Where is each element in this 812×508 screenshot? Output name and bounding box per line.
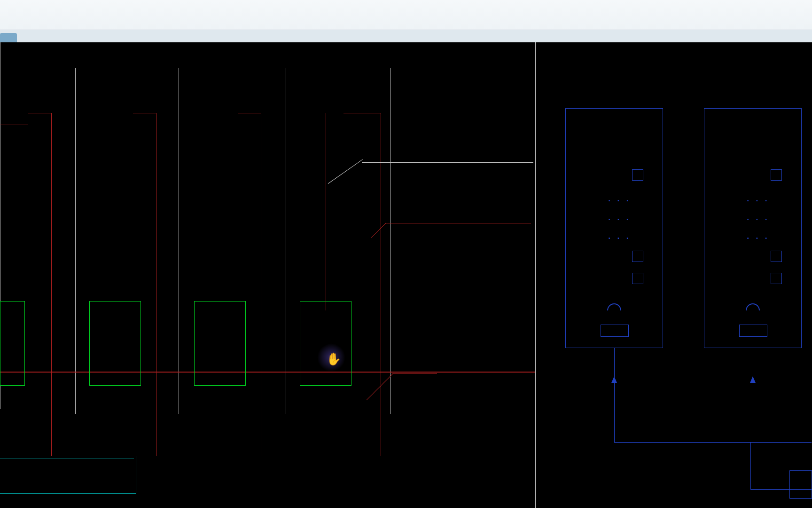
wire [0,456,136,494]
ellipsis-icon: ··· [608,212,635,226]
wire [614,442,812,443]
divider [75,68,76,414]
tab-bar [0,30,812,42]
wire [326,113,326,310]
wire [344,113,381,456]
ellipsis-icon: ··· [746,212,773,226]
wire [0,125,28,125]
xg-tag [632,251,643,262]
drawing-canvas[interactable]: ··· ··· ··· ··· ··· ··· ✋ [0,42,812,508]
toolbar [0,0,812,30]
ellipsis-icon: ··· [746,193,773,207]
divider [286,68,286,414]
cursor-icon: ✋ [326,352,337,363]
elevator-car [0,301,25,386]
wire [28,113,52,456]
ellipsis-icon: ··· [608,230,635,245]
wire [750,442,751,489]
divider [535,42,536,508]
ellipsis-icon: ··· [608,193,635,207]
xg-tag [632,169,643,181]
patrol-stick [601,325,629,337]
ellipsis-icon: ··· [746,230,773,245]
wire [0,372,535,373]
divider [390,68,390,414]
wire [753,348,753,442]
wire [614,348,615,442]
leader-line [392,373,437,374]
patrol-route-box [565,108,663,348]
wire [0,459,134,459]
comm-box [789,470,812,499]
xg-tag [771,251,782,262]
leader-line [362,162,533,163]
patrol-stick [739,325,767,337]
close-icon[interactable] [7,34,13,41]
xg-tag [632,273,643,284]
patrol-route-box [704,108,802,348]
arrow-up-icon [611,376,617,383]
wire [238,113,261,456]
wire [133,113,156,456]
xg-tag [771,169,782,181]
document-tab[interactable] [0,33,17,42]
dashed-line [0,401,390,401]
xg-tag [771,273,782,284]
leader-line [385,223,531,223]
divider [179,68,179,414]
arrow-up-icon [750,376,756,383]
